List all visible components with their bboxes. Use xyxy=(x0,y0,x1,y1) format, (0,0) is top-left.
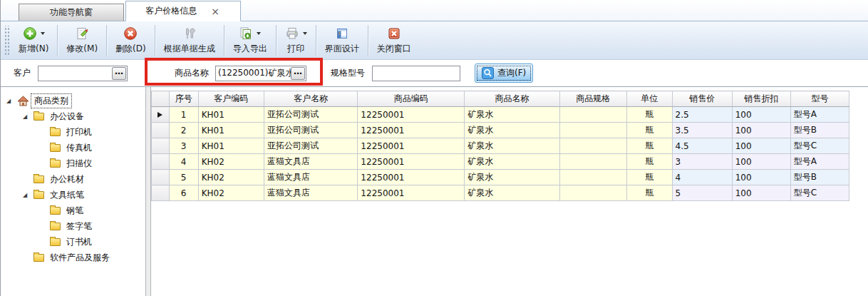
table-cell[interactable] xyxy=(559,123,626,138)
table-cell[interactable]: 矿泉水 xyxy=(465,154,559,170)
table-cell[interactable]: 100 xyxy=(732,107,790,123)
table-cell[interactable]: KH02 xyxy=(198,154,264,170)
table-cell[interactable]: 4.5 xyxy=(672,138,732,154)
tree-item[interactable]: 软件产品及服务 xyxy=(1,250,145,265)
column-header[interactable]: 商品名称 xyxy=(465,91,559,107)
table-row[interactable]: 2KH01亚拓公司测试12250001矿泉水瓶3.5100型号B xyxy=(152,123,849,138)
tree-item[interactable]: 签字笔 xyxy=(1,218,145,234)
table-cell[interactable]: KH01 xyxy=(198,107,264,123)
table-cell[interactable]: 瓶 xyxy=(626,170,672,185)
add-dropdown-caret[interactable] xyxy=(41,32,45,35)
ui-design-button[interactable]: 界面设计 xyxy=(319,24,366,58)
table-row[interactable]: 1KH01亚拓公司测试12250001矿泉水瓶2.5100型号A xyxy=(152,107,849,123)
customer-lookup-button[interactable]: … xyxy=(112,67,126,80)
table-row[interactable]: 3KH01亚拓公司测试12250001矿泉水瓶4.5100型号C xyxy=(152,138,849,154)
table-cell[interactable]: 100 xyxy=(732,154,790,170)
table-cell[interactable]: 瓶 xyxy=(626,154,672,170)
table-cell[interactable]: 5 xyxy=(672,185,732,201)
column-header[interactable]: 商品编码 xyxy=(358,91,465,107)
tab-customer-price-info[interactable]: 客户价格信息 × xyxy=(125,1,241,21)
column-header[interactable]: 型号 xyxy=(790,91,849,107)
table-cell[interactable]: 矿泉水 xyxy=(465,123,559,138)
table-cell[interactable] xyxy=(559,170,626,185)
table-cell[interactable]: KH02 xyxy=(198,170,264,185)
expander-icon[interactable]: ◢ xyxy=(23,113,33,120)
column-header[interactable]: 销售价 xyxy=(672,91,732,107)
product-lookup-button[interactable]: … xyxy=(291,67,305,80)
table-cell[interactable]: 型号C xyxy=(790,138,849,154)
table-cell[interactable]: 3 xyxy=(169,138,198,154)
table-cell[interactable]: 亚拓公司测试 xyxy=(264,107,358,123)
table-cell[interactable]: 瓶 xyxy=(626,138,672,154)
print-dropdown-caret[interactable] xyxy=(303,32,307,35)
table-cell[interactable]: 蓝猫文具店 xyxy=(264,170,358,185)
close-window-button[interactable]: 关闭窗口 xyxy=(371,24,418,58)
table-cell[interactable]: KH01 xyxy=(198,123,264,138)
product-name-value[interactable]: (12250001)矿泉水 xyxy=(216,67,291,79)
expander-icon[interactable]: ◢ xyxy=(6,98,17,104)
table-cell[interactable]: 100 xyxy=(732,170,790,185)
table-cell[interactable]: 12250001 xyxy=(358,170,465,185)
query-button[interactable]: 查询(F) xyxy=(475,63,533,83)
table-cell[interactable]: KH01 xyxy=(198,138,264,154)
generate-from-doc-button[interactable]: 根据单据生成 xyxy=(157,24,222,58)
table-cell[interactable]: 亚拓公司测试 xyxy=(264,138,358,154)
print-button[interactable]: 打印 xyxy=(279,24,314,58)
column-header[interactable]: 单位 xyxy=(626,91,672,107)
tree-item[interactable]: ◢ 文具纸笔 xyxy=(1,187,145,203)
table-cell[interactable]: 6 xyxy=(169,185,198,201)
tree-item[interactable]: 办公耗材 xyxy=(1,171,145,187)
table-cell[interactable]: 100 xyxy=(732,123,790,138)
table-cell[interactable]: 3.5 xyxy=(672,123,732,138)
table-row[interactable]: 4KH02蓝猫文具店12250001矿泉水瓶3100型号A xyxy=(152,154,849,170)
tab-function-nav[interactable]: 功能导航窗 xyxy=(19,4,124,21)
tree-item[interactable]: 钢笔 xyxy=(1,203,145,218)
tree-item[interactable]: 订书机 xyxy=(1,234,145,250)
tree-item[interactable]: 打印机 xyxy=(1,124,145,140)
table-cell[interactable]: 100 xyxy=(732,138,790,154)
table-cell[interactable]: 瓶 xyxy=(626,185,672,201)
table-cell[interactable]: 1 xyxy=(169,107,198,123)
import-export-dropdown-caret[interactable] xyxy=(257,32,261,35)
table-cell[interactable]: 型号B xyxy=(790,170,849,185)
table-row[interactable]: 5KH02蓝猫文具店12250001矿泉水瓶4100型号B xyxy=(152,170,849,185)
table-cell[interactable]: 亚拓公司测试 xyxy=(264,123,358,138)
table-row[interactable]: 6KH02蓝猫文具店12250001矿泉水瓶5100型号C xyxy=(152,185,849,201)
table-cell[interactable]: 蓝猫文具店 xyxy=(264,185,358,201)
table-cell[interactable]: 蓝猫文具店 xyxy=(264,154,358,170)
table-cell[interactable]: 4 xyxy=(169,154,198,170)
tree-item[interactable]: ◢ 商品类别 xyxy=(1,93,145,108)
table-cell[interactable]: 矿泉水 xyxy=(465,138,559,154)
table-cell[interactable]: 矿泉水 xyxy=(465,170,559,185)
table-cell[interactable]: 4 xyxy=(672,170,732,185)
column-header[interactable]: 序号 xyxy=(169,91,198,107)
table-cell[interactable]: 12250001 xyxy=(358,185,465,201)
table-cell[interactable]: 12250001 xyxy=(358,107,465,123)
tree-item[interactable]: ◢ 办公设备 xyxy=(1,108,145,124)
modify-button[interactable]: 修改(M) xyxy=(60,24,104,58)
table-cell[interactable]: 5 xyxy=(169,170,198,185)
splitter[interactable] xyxy=(146,87,151,296)
table-cell[interactable]: KH02 xyxy=(198,185,264,201)
table-cell[interactable] xyxy=(559,185,626,201)
toolbar-grip[interactable] xyxy=(4,26,9,56)
table-cell[interactable]: 矿泉水 xyxy=(465,107,559,123)
table-cell[interactable] xyxy=(559,154,626,170)
table-cell[interactable]: 瓶 xyxy=(626,107,672,123)
table-cell[interactable]: 2 xyxy=(169,123,198,138)
table-cell[interactable]: 12250001 xyxy=(358,154,465,170)
expander-icon[interactable]: ◢ xyxy=(23,192,33,198)
table-cell[interactable]: 2.5 xyxy=(672,107,732,123)
table-cell[interactable]: 型号B xyxy=(790,123,849,138)
column-header[interactable]: 销售折扣 xyxy=(732,91,790,107)
table-cell[interactable]: 型号C xyxy=(790,185,849,201)
add-button[interactable]: 新增(N) xyxy=(12,24,55,58)
tab-close-icon[interactable]: × xyxy=(210,6,221,16)
column-header[interactable]: 商品规格 xyxy=(559,91,626,107)
table-cell[interactable] xyxy=(559,138,626,154)
table-cell[interactable]: 型号A xyxy=(790,154,849,170)
spec-model-input[interactable] xyxy=(373,67,460,80)
delete-button[interactable]: 删除(D) xyxy=(109,24,153,58)
customer-input[interactable] xyxy=(38,67,112,80)
table-cell[interactable]: 12250001 xyxy=(358,138,465,154)
